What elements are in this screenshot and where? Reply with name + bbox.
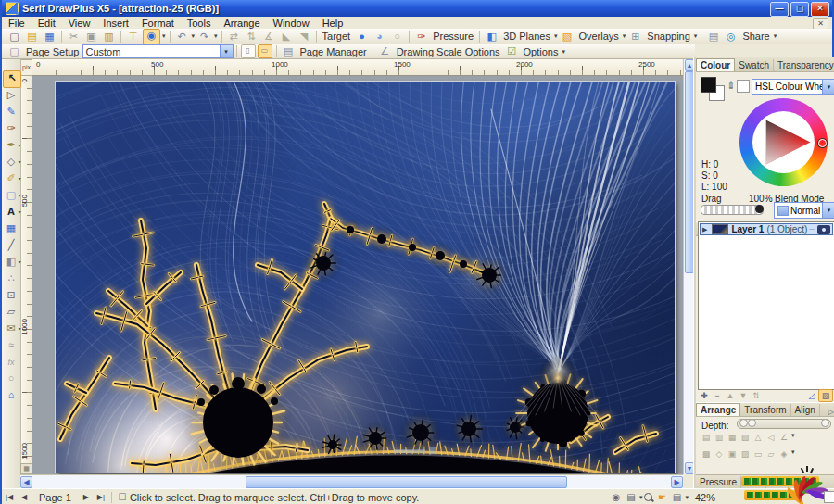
dropdown-icon[interactable]: ▾ <box>694 32 698 40</box>
layer-angle-button[interactable]: ◿ <box>805 390 818 401</box>
preview-eye-icon[interactable]: ◉ <box>609 492 624 502</box>
arrange-button[interactable]: ◇ <box>713 448 726 460</box>
layer-visibility-icon[interactable] <box>817 225 830 234</box>
options-button[interactable]: Options <box>524 46 559 57</box>
spray-tool[interactable]: ∴ <box>3 271 19 286</box>
envelope-tool[interactable]: ✉▾ <box>3 321 19 336</box>
horizontal-ruler[interactable]: 0 500 1000 1500 2000 2500 <box>32 59 683 76</box>
pan-zoom-button[interactable]: ◉ <box>143 29 160 44</box>
colour-mode-select[interactable]: HSL Colour Wheel ▾ <box>752 79 834 94</box>
eyedropper-tool[interactable]: ╱ <box>3 237 19 253</box>
flip-horizontal-button[interactable]: ⇄ <box>226 30 242 44</box>
ruler-grabber[interactable]: ▦ <box>20 463 32 474</box>
first-page-button[interactable]: |◀ <box>2 491 17 503</box>
add-layer-button[interactable]: ✚ <box>698 390 711 401</box>
frame-tool[interactable]: ▦ <box>3 220 19 236</box>
combo-arrow-icon[interactable]: ▾ <box>822 80 834 94</box>
arrange-button[interactable]: ▩ <box>700 448 713 460</box>
arrange-button[interactable]: ▨ <box>739 448 752 460</box>
layer-name[interactable]: Layer 1 <box>731 224 764 234</box>
shear-right-button[interactable]: ◥ <box>297 30 312 44</box>
depth-slider-left-icon[interactable] <box>739 419 748 427</box>
toolbar-overflow-icon[interactable]: ▾ <box>562 48 565 56</box>
delete-layer-button[interactable]: − <box>711 390 724 401</box>
toolbar-overflow-icon[interactable]: ▾ <box>774 32 777 40</box>
tab-colour[interactable]: Colour <box>696 58 735 71</box>
zoom-tool-icon[interactable] <box>643 492 654 503</box>
share-button[interactable]: Share <box>742 31 769 42</box>
layer-row[interactable]: ▶ Layer 1 (1 Object) ─ <box>700 223 833 235</box>
arrange-button[interactable]: ▤ <box>700 432 713 443</box>
ruler-unit[interactable]: pix <box>20 59 32 76</box>
arrange-button[interactable]: ▭ <box>752 448 764 460</box>
drawing-scale-button[interactable]: Drawing Scale Options <box>397 46 500 57</box>
undo-button[interactable]: ↶ <box>174 30 190 44</box>
opacity-slider[interactable] <box>701 205 764 215</box>
tsquare-button[interactable]: ⊤ <box>125 30 141 44</box>
combo-arrow-icon[interactable]: ▾ <box>822 203 834 218</box>
last-page-button[interactable]: ▶| <box>94 491 108 503</box>
flip-vertical-button[interactable]: ⇅ <box>244 30 259 44</box>
target-none-button[interactable]: ○ <box>389 30 405 44</box>
arrange-button[interactable]: ∠ <box>777 432 790 443</box>
portrait-toggle[interactable]: ▯ <box>241 44 256 58</box>
zoom-level[interactable]: 42% <box>695 492 715 503</box>
new-button[interactable]: ▢ <box>6 30 22 44</box>
cut-button[interactable]: ✂ <box>66 30 82 44</box>
copy-button[interactable]: ▣ <box>83 30 99 44</box>
menu-arrange[interactable]: Arrange <box>217 18 266 29</box>
fill-swatch[interactable] <box>701 77 716 93</box>
depth-slider-thumb[interactable] <box>748 419 756 427</box>
menu-window[interactable]: Window <box>267 18 316 29</box>
save-button[interactable]: ▦ <box>42 30 57 44</box>
quickshape-tool[interactable]: ▢▾ <box>3 187 19 203</box>
pencil-tool[interactable]: ✎ <box>3 104 19 120</box>
shape-edit-tool[interactable]: ◇▾ <box>3 154 19 170</box>
paint-tool[interactable]: ✐▾ <box>3 170 19 186</box>
fill-line-swatches[interactable] <box>701 77 725 101</box>
page-setup-select[interactable]: Custom ▾ <box>82 44 234 58</box>
arrange-button[interactable]: ▱ <box>764 448 777 460</box>
tab-swatch[interactable]: Swatch <box>735 59 774 71</box>
arrange-button[interactable]: ▦ <box>726 432 739 443</box>
shadow-tool[interactable]: ○ <box>3 371 19 386</box>
layer-lock-icon[interactable]: ─ <box>809 225 815 233</box>
dropdown-icon[interactable]: ▾ <box>623 32 626 40</box>
target-half-button[interactable]: ◕ <box>372 30 387 44</box>
overlays-button[interactable]: Overlays <box>578 31 618 42</box>
page-indicator[interactable]: Page 1 <box>39 492 71 503</box>
dropdown-icon[interactable]: ▾ <box>639 494 643 501</box>
horizontal-scrollbar[interactable]: ◀ ▶ <box>20 474 683 489</box>
node-tool[interactable]: ▷ <box>3 87 19 103</box>
filter-effects-tool[interactable]: fx <box>3 354 19 370</box>
arrange-button[interactable]: ▣ <box>726 448 739 460</box>
edit-all-layers-button[interactable]: ▨ <box>818 389 833 402</box>
reorder-layer-button[interactable]: ⇅ <box>750 390 763 401</box>
scroll-left-icon[interactable]: ◀ <box>20 476 32 488</box>
rotate-button[interactable]: ∡ <box>261 30 277 44</box>
menu-file[interactable]: File <box>2 18 32 29</box>
tab-pressure[interactable]: Pressure <box>696 476 741 488</box>
arrange-button[interactable]: ▥ <box>713 432 726 443</box>
previous-page-button[interactable]: ◀ <box>17 491 32 503</box>
next-page-button[interactable]: ▶ <box>79 491 94 503</box>
menu-view[interactable]: View <box>62 18 97 29</box>
combo-arrow-icon[interactable]: ▾ <box>220 45 233 57</box>
view-tool[interactable]: ⌂ <box>3 387 19 403</box>
pointer-tool[interactable]: ↖ <box>3 70 21 88</box>
menu-format[interactable]: Format <box>135 18 181 29</box>
pen-tool[interactable]: ✒▾ <box>3 137 19 153</box>
perspective-tool[interactable]: ▱ <box>3 304 19 320</box>
redo-button[interactable]: ↷ <box>196 30 212 44</box>
picked-colour-swatch[interactable] <box>737 80 750 93</box>
print-button[interactable]: ▤ <box>705 30 721 44</box>
arrange-button[interactable]: △ <box>752 432 764 443</box>
tab-align[interactable]: Align <box>791 404 820 416</box>
tab-arrange[interactable]: Arrange <box>696 403 740 416</box>
paste-button[interactable]: ▥ <box>101 30 117 44</box>
document-page-fractal-image[interactable] <box>56 82 675 472</box>
dropdown-icon[interactable]: ▾ <box>791 448 795 460</box>
blend-mode-select[interactable]: Normal ▾ <box>774 202 834 219</box>
tab-overflow-icon[interactable]: ▷ <box>828 408 834 416</box>
menu-insert[interactable]: Insert <box>96 18 135 29</box>
